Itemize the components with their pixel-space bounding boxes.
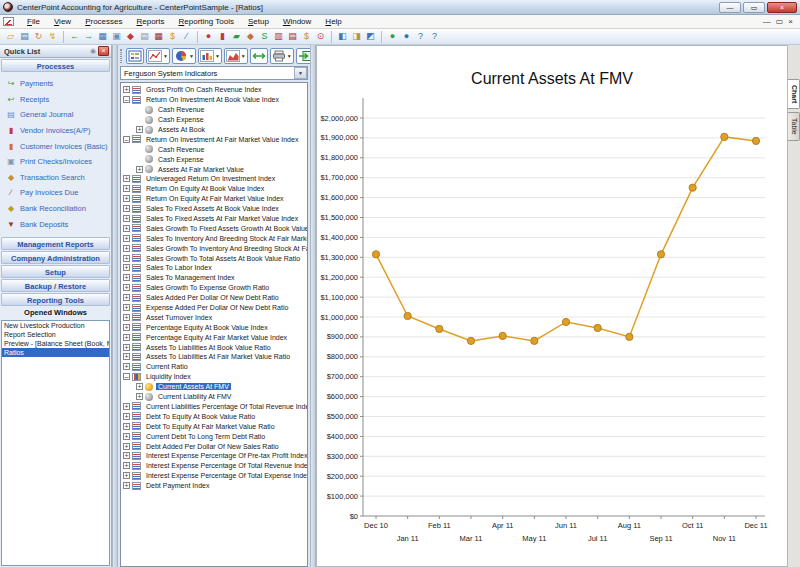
tree-item[interactable]: +Asset Turnover Index — [123, 312, 307, 322]
expand-icon[interactable]: + — [123, 334, 130, 341]
expand-icon[interactable]: + — [123, 284, 130, 291]
sidebar-item-customer-invoices[interactable]: ▮Customer Invoices (Basic) — [6, 138, 111, 154]
expand-icon[interactable]: + — [123, 195, 130, 202]
expand-icon[interactable]: + — [123, 353, 130, 360]
data-point[interactable] — [626, 333, 633, 340]
tree-item[interactable]: +Percentage Equity At Fair Market Value … — [123, 332, 307, 342]
tree-item[interactable]: +Sales Added Per Dollar Of New Debt Rati… — [123, 293, 307, 303]
expand-icon[interactable]: + — [123, 274, 130, 281]
tree-item[interactable]: +Sales To Management Index — [123, 273, 307, 283]
pie-chart-button[interactable]: ▼ — [172, 48, 196, 64]
opened-window-item[interactable]: Report Selection — [2, 330, 109, 339]
sidebar-section-company-administration[interactable]: Company Administration — [1, 251, 110, 264]
toolbar-grip[interactable] — [120, 49, 122, 63]
tree-item[interactable]: +Assets At Book — [123, 125, 307, 135]
tree-item[interactable]: +Sales To Fixed Assets At Fair Market Va… — [123, 214, 307, 224]
menu-setup[interactable]: Setup — [241, 15, 276, 28]
data-point[interactable] — [404, 312, 411, 319]
forward-arrow-icon[interactable]: → — [82, 30, 95, 43]
chevron-down-icon[interactable]: ▼ — [215, 53, 220, 59]
sidebar-item-general-journal[interactable]: ▤General Journal — [6, 107, 111, 123]
sidebar-item-print-checks[interactable]: ▣Print Checks/Invoices — [6, 154, 111, 170]
sidebar-item-receipts[interactable]: ↩Receipts — [6, 92, 111, 108]
tab-chart[interactable]: Chart — [788, 79, 800, 109]
expand-icon[interactable]: + — [136, 126, 143, 133]
tab-table[interactable]: Table — [788, 112, 800, 141]
data-point[interactable] — [562, 318, 569, 325]
alarm-clock-icon[interactable]: ⊙ — [314, 30, 327, 43]
globe-blue-icon[interactable]: ● — [400, 30, 413, 43]
expand-icon[interactable]: + — [123, 403, 130, 410]
tree-item[interactable]: +Interest Expense Percentage Of Pre-tax … — [123, 451, 307, 461]
tree-item[interactable]: +Assets To Liabilities At Fair Market Va… — [123, 352, 307, 362]
data-point[interactable] — [721, 133, 728, 140]
tree-item[interactable]: –Return On Investment At Book Value Inde… — [123, 95, 307, 105]
report-red-icon[interactable]: ▤ — [286, 30, 299, 43]
tree-item[interactable]: +Sales Growth To Expense Growth Ratio — [123, 283, 307, 293]
invoice-red-icon[interactable]: ▮ — [216, 30, 229, 43]
expand-icon[interactable]: + — [123, 205, 130, 212]
tree-item[interactable]: –Return On Investment At Fair Market Val… — [123, 134, 307, 144]
expand-icon[interactable]: + — [123, 225, 130, 232]
expand-icon[interactable]: + — [123, 324, 130, 331]
tree-item[interactable]: +Expense Added Per Dollar Of New Debt Ra… — [123, 303, 307, 313]
info-icon[interactable]: ? — [428, 30, 441, 43]
collapse-icon[interactable]: – — [123, 136, 130, 143]
mdi-minimize-button[interactable]: — — [763, 17, 771, 27]
data-point[interactable] — [436, 325, 443, 332]
tree-item[interactable]: +Current Debt To Long Term Debt Ratio — [123, 431, 307, 441]
tree-item[interactable]: +Current Liabilities Percentage Of Total… — [123, 402, 307, 412]
tree-item[interactable]: +Interest Expense Percentage Of Total Re… — [123, 461, 307, 471]
tree-item[interactable]: +Current Assets At FMV — [123, 382, 307, 392]
expand-icon[interactable]: + — [123, 344, 130, 351]
menu-window[interactable]: Window — [276, 15, 318, 28]
dollar-green-icon[interactable]: S — [258, 30, 271, 43]
back-arrow-icon[interactable]: ← — [68, 30, 81, 43]
expand-icon[interactable]: + — [123, 423, 130, 430]
expand-icon[interactable]: + — [123, 452, 130, 459]
mdi-close-button[interactable]: × — [788, 17, 793, 27]
chevron-down-icon[interactable]: ▼ — [189, 53, 194, 59]
minimize-button[interactable]: — — [719, 2, 741, 13]
user-red-icon[interactable]: ● — [202, 30, 215, 43]
opened-window-item[interactable]: New Livestock Production — [2, 321, 109, 330]
expand-icon[interactable]: + — [123, 264, 130, 271]
bar-chart-button[interactable]: ▼ — [198, 48, 222, 64]
modules-icon[interactable]: ▤ — [18, 30, 31, 43]
tree-item[interactable]: +Debt To Equity At Fair Market Value Rat… — [123, 421, 307, 431]
collapse-icon[interactable]: – — [123, 373, 130, 380]
money-gold-icon[interactable]: $ — [300, 30, 313, 43]
data-point[interactable] — [689, 184, 696, 191]
sidebar-item-pay-invoices[interactable]: ∕Pay Invoices Due — [6, 185, 111, 201]
expand-icon[interactable]: + — [123, 175, 130, 182]
collapse-icon[interactable]: – — [123, 96, 130, 103]
sidebar-section-management-reports[interactable]: Management Reports — [1, 237, 110, 250]
tree-item[interactable]: +Assets At Fair Market Value — [123, 164, 307, 174]
sidebar-item-payments[interactable]: ↪Payments — [6, 76, 111, 92]
expand-icon[interactable]: + — [136, 166, 143, 173]
chevron-down-icon[interactable]: ▼ — [287, 53, 292, 59]
sidebar-section-processes[interactable]: Processes — [1, 59, 110, 72]
area-chart-button[interactable]: ▼ — [224, 48, 248, 64]
tree-item[interactable]: Cash Expense — [123, 154, 307, 164]
globe-green-icon[interactable]: ● — [386, 30, 399, 43]
ledger-icon[interactable]: ▦ — [152, 30, 165, 43]
data-point[interactable] — [657, 251, 664, 258]
chevron-down-icon[interactable]: ▼ — [163, 53, 168, 59]
tree-item[interactable]: Cash Expense — [123, 115, 307, 125]
expand-icon[interactable]: + — [123, 294, 130, 301]
expand-icon[interactable]: + — [123, 235, 130, 242]
data-point[interactable] — [594, 324, 601, 331]
tree-item[interactable]: Cash Revenue — [123, 144, 307, 154]
chevron-down-icon[interactable]: ▼ — [294, 67, 307, 79]
expand-icon[interactable]: + — [123, 433, 130, 440]
tree-item[interactable]: +Return On Equity At Fair Market Value I… — [123, 194, 307, 204]
expand-icon[interactable]: + — [123, 185, 130, 192]
expand-icon[interactable]: + — [123, 304, 130, 311]
coins-icon[interactable]: $ — [166, 30, 179, 43]
menu-view[interactable]: View — [47, 15, 78, 28]
tree-item[interactable]: +Debt To Equity At Book Value Ratio — [123, 411, 307, 421]
data-point[interactable] — [499, 332, 506, 339]
expand-icon[interactable]: + — [123, 472, 130, 479]
menu-reports[interactable]: Reports — [129, 15, 171, 28]
